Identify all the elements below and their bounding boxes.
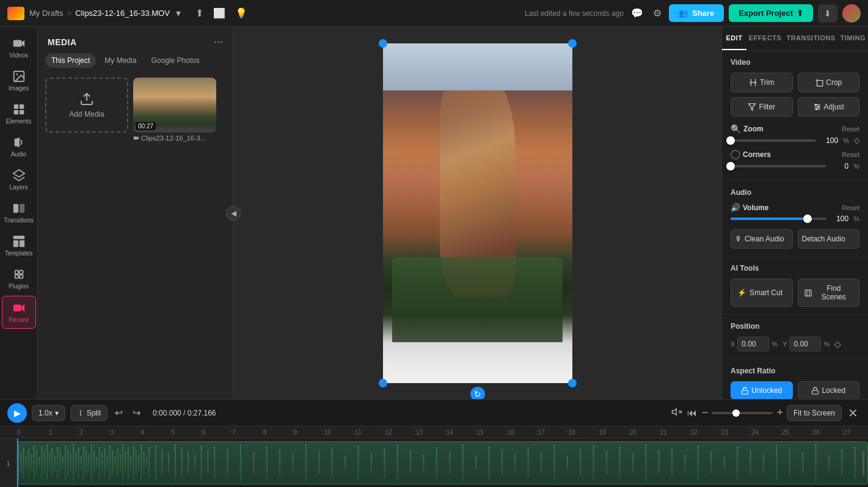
fit-screen-button[interactable]: Fit to Screen <box>787 405 842 421</box>
zoom-in-btn[interactable]: + <box>776 406 783 419</box>
volume-thumb[interactable] <box>803 214 812 223</box>
track-clip[interactable] <box>17 441 868 485</box>
smart-cut-button[interactable]: ⚡ Smart Cut <box>731 279 793 307</box>
share-button[interactable]: 👥 Share <box>669 4 724 22</box>
svg-rect-45 <box>26 456 27 470</box>
svg-rect-81 <box>120 454 121 472</box>
close-timeline-btn[interactable]: ✕ <box>845 403 861 423</box>
export-button[interactable]: Export Project ⬆ <box>729 4 813 22</box>
media-thumbnail[interactable]: 00:27 <box>133 78 216 133</box>
volume-slider[interactable] <box>731 218 826 220</box>
media-more-btn[interactable]: ··· <box>214 35 223 48</box>
svg-rect-143 <box>749 450 751 477</box>
tab-edit[interactable]: EDIT <box>722 27 746 50</box>
sidebar-item-plugins[interactable]: Plugins <box>2 263 36 295</box>
volume-reset-btn[interactable]: Reset <box>842 204 859 211</box>
export-options-btn[interactable]: ⬜ <box>211 5 228 21</box>
skip-start-btn[interactable]: ⏮ <box>686 406 698 420</box>
track-content[interactable] <box>17 439 868 487</box>
svg-marker-19 <box>21 304 24 312</box>
clean-audio-button[interactable]: 🎙 Clean Audio <box>731 229 793 249</box>
zoom-reset-btn[interactable]: Reset <box>842 125 859 133</box>
corners-toggle-circle[interactable] <box>731 150 740 159</box>
filename-dropdown-btn[interactable]: ▾ <box>173 5 183 21</box>
sidebar-item-layers[interactable]: Layers <box>2 164 36 196</box>
video-canvas[interactable] <box>383 43 572 383</box>
svg-rect-59 <box>62 456 64 469</box>
svg-rect-149 <box>828 455 830 471</box>
tab-this-project[interactable]: This Project <box>45 53 96 68</box>
find-scenes-button[interactable]: Find Scenes <box>798 279 860 307</box>
edit-status: Last edited a few seconds ago <box>525 9 624 18</box>
undo-button[interactable]: ↩ <box>112 405 125 421</box>
sidebar-item-elements[interactable]: Elements <box>2 98 36 130</box>
svg-rect-114 <box>371 453 372 472</box>
add-media-button[interactable]: Add Media <box>45 78 128 133</box>
sidebar-item-videos[interactable]: Videos <box>2 32 36 64</box>
corners-thumb[interactable] <box>726 162 735 170</box>
zoom-slider[interactable] <box>731 139 816 142</box>
svg-rect-56 <box>54 455 56 471</box>
filter-icon <box>748 103 756 111</box>
mute-button[interactable] <box>671 406 682 420</box>
svg-rect-138 <box>684 455 685 472</box>
corners-reset-btn[interactable]: Reset <box>842 151 859 158</box>
zoom-timeline-slider[interactable] <box>712 412 773 414</box>
sidebar-item-record[interactable]: Record <box>2 296 36 329</box>
handle-top-left[interactable] <box>379 39 387 48</box>
svg-rect-80 <box>117 449 119 477</box>
trim-button[interactable]: Trim <box>731 73 793 92</box>
adjust-button[interactable]: Adjust <box>798 97 860 117</box>
speed-button[interactable]: 1.0x ▾ <box>32 405 65 421</box>
sidebar-item-transitions[interactable]: Transitions <box>2 197 36 229</box>
detach-audio-button[interactable]: Detach Audio <box>798 229 860 249</box>
unlocked-btn[interactable]: Unlocked <box>731 381 793 399</box>
handle-bottom-left[interactable] <box>379 379 387 387</box>
light-mode-btn[interactable]: 💡 <box>233 5 250 21</box>
comment-btn[interactable]: 💬 <box>629 5 646 21</box>
timeline-ruler: 0 :1 :2 :3 :4 :5 :6 :7 :8 :9 :10 :11 :12… <box>0 427 868 439</box>
filter-button[interactable]: Filter <box>731 97 793 117</box>
sidebar-item-audio[interactable]: Audio <box>2 131 36 163</box>
collapse-panel-btn[interactable]: ◀ <box>226 206 241 221</box>
handle-bottom-right[interactable] <box>568 379 577 387</box>
share-icon-btn[interactable]: ⬆ <box>193 5 206 21</box>
tab-effects[interactable]: EFFECTS <box>746 27 784 50</box>
sidebar-item-templates[interactable]: Templates <box>2 230 36 262</box>
svg-rect-62 <box>70 454 71 472</box>
handle-top-right[interactable] <box>568 39 577 48</box>
tab-transitions[interactable]: TRANSITIONS <box>784 27 837 50</box>
zoom-thumb[interactable] <box>726 136 735 145</box>
crop-button[interactable]: Crop <box>798 73 860 92</box>
volume-unit: % <box>853 215 859 222</box>
rotate-handle-btn[interactable]: ↻ <box>470 387 485 400</box>
corners-slider[interactable] <box>731 165 826 167</box>
timeline-playhead[interactable] <box>17 439 18 487</box>
svg-rect-82 <box>122 444 123 482</box>
ruler-mark-19: :19 <box>597 429 628 436</box>
pos-y-input[interactable] <box>789 337 821 351</box>
locked-btn[interactable]: Locked <box>798 381 860 399</box>
find-scenes-icon <box>804 289 812 297</box>
pos-x-input[interactable] <box>737 337 769 351</box>
svg-rect-90 <box>143 452 144 474</box>
download-btn[interactable]: ⬇ <box>818 4 837 23</box>
settings-btn[interactable]: ⚙ <box>651 5 664 21</box>
video-file-icon <box>133 135 139 141</box>
volume-header: 🔊 Volume Reset <box>731 203 859 212</box>
tab-timing[interactable]: TIMING <box>838 27 869 50</box>
position-reset-btn[interactable]: ◇ <box>834 339 841 349</box>
tab-google-photos[interactable]: Google Photos <box>145 53 205 68</box>
zoom-timeline-thumb[interactable] <box>732 409 740 417</box>
split-button[interactable]: Split <box>70 405 108 421</box>
draft-label[interactable]: My Drafts <box>29 9 64 18</box>
redo-button[interactable]: ↪ <box>130 405 143 421</box>
play-button[interactable]: ▶ <box>7 403 27 423</box>
tab-my-media[interactable]: My Media <box>98 53 142 68</box>
zoom-out-btn[interactable]: − <box>702 406 709 419</box>
svg-rect-133 <box>619 447 620 479</box>
pos-y-unit: % <box>823 340 830 348</box>
zoom-value: 100 <box>821 136 838 145</box>
sidebar-item-images[interactable]: Images <box>2 65 36 97</box>
zoom-expand-btn[interactable]: ◇ <box>854 136 859 145</box>
